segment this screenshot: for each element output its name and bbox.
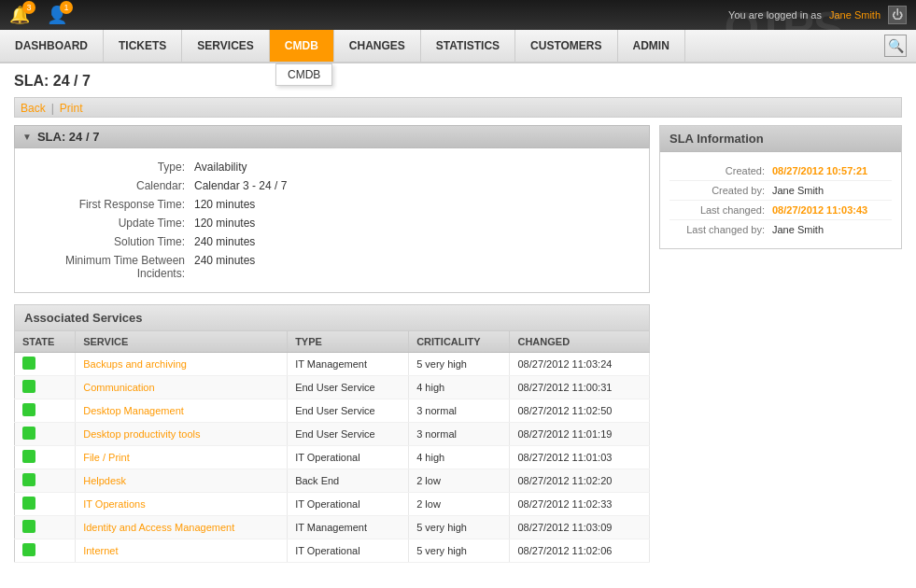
nav-admin[interactable]: ADMIN [618, 30, 685, 62]
nav-statistics[interactable]: STATISTICS [421, 30, 515, 62]
notification-badge: 3 [22, 1, 35, 14]
table-row: IT Operations IT Operational 2 low 08/27… [15, 493, 650, 516]
service-link[interactable]: Desktop Management [83, 405, 184, 416]
user-badge: 1 [60, 1, 73, 14]
nav-tickets[interactable]: TICKETS [104, 30, 182, 62]
changed-cell: 08/27/2012 11:02:50 [510, 399, 650, 423]
page-title: SLA: 24 / 7 [14, 73, 902, 90]
criticality-cell: 4 high [409, 376, 510, 399]
info-label: Created by: [669, 185, 772, 196]
info-panel-body: Created: 08/27/2012 10:57:21 Created by:… [660, 152, 901, 248]
table-row: Backups and archiving IT Management 5 ve… [15, 353, 650, 376]
state-cell [15, 469, 76, 493]
sla-update-value: 120 minutes [194, 217, 255, 230]
criticality-cell: 4 high [409, 446, 510, 469]
sla-solution-row: Solution Time: 240 minutes [15, 232, 649, 251]
type-cell: IT Management [288, 353, 409, 376]
service-cell: Communication [76, 376, 288, 399]
table-row: Desktop productivity tools End User Serv… [15, 423, 650, 446]
nav-services[interactable]: SERVICES [182, 30, 269, 62]
sla-calendar-value: Calendar 3 - 24 / 7 [194, 179, 287, 192]
type-cell: End User Service [288, 376, 409, 399]
table-row: Communication End User Service 4 high 08… [15, 376, 650, 399]
changed-cell: 08/27/2012 11:01:19 [510, 423, 650, 446]
service-link[interactable]: Desktop productivity tools [83, 428, 200, 440]
state-cell [15, 423, 76, 446]
col-state: STATE [15, 331, 76, 353]
user-group[interactable]: 👤 1 [47, 5, 67, 25]
type-cell: IT Management [288, 516, 409, 539]
info-row: Last changed by: Jane Smith [669, 220, 892, 239]
collapse-arrow: ▼ [22, 132, 32, 142]
table-row: Desktop Management End User Service 3 no… [15, 399, 650, 423]
type-cell: End User Service [288, 423, 409, 446]
services-table: STATE SERVICE TYPE CRITICALITY CHANGED B… [14, 331, 650, 563]
changed-cell: 08/27/2012 11:03:09 [510, 516, 650, 539]
back-link[interactable]: Back [21, 102, 46, 115]
changed-cell: 08/27/2012 11:02:20 [510, 469, 650, 493]
col-service: SERVICE [76, 331, 288, 353]
state-cell [15, 539, 76, 563]
search-button[interactable]: 🔍 [884, 35, 907, 57]
nav-customers[interactable]: CUSTOMERS [515, 30, 617, 62]
sla-update-label: Update Time: [26, 217, 194, 230]
service-link[interactable]: Communication [83, 382, 154, 393]
cmdb-dropdown[interactable]: CMDB [275, 63, 332, 86]
criticality-cell: 2 low [409, 493, 510, 516]
state-indicator [22, 403, 35, 416]
state-indicator [22, 497, 35, 510]
sla-mintime-row: Minimum Time Between Incidents: 240 minu… [15, 251, 649, 283]
col-type: TYPE [288, 331, 409, 353]
service-cell: IT Operations [76, 493, 288, 516]
notification-group[interactable]: 🔔 3 [9, 5, 30, 25]
info-row: Last changed: 08/27/2012 11:03:43 [669, 201, 892, 220]
state-cell [15, 353, 76, 376]
state-indicator [22, 450, 35, 463]
nav-changes[interactable]: CHANGES [334, 30, 421, 62]
criticality-cell: 5 very high [409, 516, 510, 539]
info-label: Last changed by: [669, 224, 772, 235]
type-cell: IT Operational [288, 446, 409, 469]
changed-cell: 08/27/2012 11:00:31 [510, 376, 650, 399]
service-cell: Desktop Management [76, 399, 288, 423]
criticality-cell: 3 normal [409, 399, 510, 423]
criticality-cell: 5 very high [409, 539, 510, 563]
type-cell: IT Operational [288, 493, 409, 516]
state-indicator [22, 427, 35, 440]
service-cell: Helpdesk [76, 469, 288, 493]
info-panel-header: SLA Information [660, 126, 901, 152]
info-value: 08/27/2012 10:57:21 [772, 165, 867, 176]
state-indicator [22, 520, 35, 533]
sla-mintime-label: Minimum Time Between Incidents: [26, 254, 194, 280]
info-value: Jane Smith [772, 185, 824, 196]
service-link[interactable]: Backups and archiving [83, 358, 187, 370]
nav-cmdb[interactable]: CMDB [270, 30, 334, 62]
state-cell [15, 446, 76, 469]
state-indicator [22, 357, 35, 370]
breadcrumb-bar: Back | Print [14, 97, 902, 118]
sla-calendar-row: Calendar: Calendar 3 - 24 / 7 [15, 176, 649, 195]
service-link[interactable]: IT Operations [83, 498, 145, 510]
service-cell: Internet [76, 539, 288, 563]
username-display: Jane Smith [829, 9, 881, 21]
sla-section-header[interactable]: ▼ SLA: 24 / 7 [14, 125, 650, 148]
sla-type-value: Availability [194, 161, 247, 174]
breadcrumb: Back | Print [15, 98, 901, 119]
sla-details: Type: Availability Calendar: Calendar 3 … [14, 148, 650, 293]
service-cell: Backups and archiving [76, 353, 288, 376]
nav-dashboard[interactable]: DASHBOARD [0, 30, 104, 62]
type-cell: IT Operational [288, 539, 409, 563]
print-link[interactable]: Print [60, 102, 83, 115]
info-label: Created: [669, 165, 772, 176]
state-indicator [22, 473, 35, 486]
service-link[interactable]: Helpdesk [83, 475, 126, 486]
state-indicator [22, 543, 35, 556]
topbar-right: You are logged in as Jane Smith ⏻ [728, 6, 907, 24]
state-indicator [22, 380, 35, 393]
state-cell [15, 399, 76, 423]
service-link[interactable]: Internet [83, 545, 118, 556]
service-link[interactable]: Identity and Access Management [83, 522, 234, 533]
navbar: DASHBOARD TICKETS SERVICES CMDB CHANGES … [0, 30, 916, 63]
logout-button[interactable]: ⏻ [888, 6, 907, 24]
service-link[interactable]: File / Print [83, 452, 130, 463]
